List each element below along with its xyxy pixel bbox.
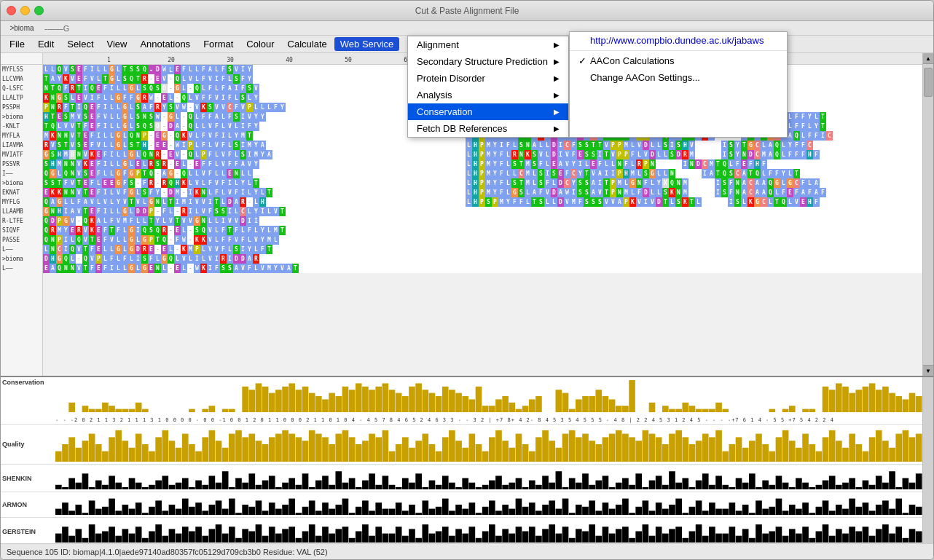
jabaws-link-text: http://www.compbio.dundee.ac.uk/jabaws — [590, 35, 764, 46]
top-menu-bar: -——G >bioma — [1, 21, 933, 36]
main-window: Cut & Paste Alignment File Copied From C… — [0, 0, 934, 560]
seq-label-row: PASSE — [1, 235, 42, 245]
seq-label-row: SIQVF — [1, 226, 42, 235]
maximize-button[interactable] — [34, 6, 44, 15]
scroll-thumb[interactable] — [924, 68, 933, 97]
annotation-panels: Conservation - - -2 0 2 1 1 3 2 1 1 1 3 … — [1, 376, 933, 543]
shenkin-panel: SHENKIN — [1, 465, 922, 492]
conservation-menu-label: Conservation — [417, 106, 473, 117]
conservation-panel: Conservation - - -2 0 2 1 1 3 2 1 1 1 3 … — [1, 377, 922, 425]
armon-panel: ARMON — [1, 492, 922, 518]
gerstein-label: GERSTEIN — [2, 528, 36, 535]
seq-label-row: Q-LSFC — [1, 84, 42, 93]
menu-colour[interactable]: Colour — [240, 37, 280, 51]
conservation-bars — [55, 380, 922, 412]
seq-label-row: LLCVMA — [1, 74, 42, 84]
fetch-db-arrow: ▶ — [554, 125, 560, 133]
dropdown-secondary-structure[interactable]: Secondary Structure Prediction ▶ — [408, 53, 568, 70]
seq-label-row: MYFLSS — [1, 65, 42, 74]
label-rows: MYFLSS LLCVMA Q-LSFC LLALTP PSSPH >bioma… — [1, 65, 42, 273]
seq-label-row: I—— — [1, 169, 42, 178]
scroll-down-button[interactable]: ▼ — [923, 365, 933, 376]
protein-disorder-arrow: ▶ — [554, 74, 560, 82]
scroll-track[interactable] — [923, 64, 933, 365]
seq-label-row: LIAVMA — [1, 141, 42, 150]
seq-label-row: L—— — [1, 245, 42, 254]
vertical-scrollbar[interactable]: ▲ ▼ — [922, 53, 933, 376]
submenu-jabaws[interactable]: http://www.compbio.dundee.ac.uk/jabaws — [570, 32, 787, 49]
submenu-aacon-settings[interactable]: Change AACon Settings... — [570, 69, 787, 86]
seq-label-row: PSSPH — [1, 103, 42, 112]
alignment-label: Alignment — [417, 39, 459, 50]
annotation-scrollbar[interactable] — [922, 377, 933, 543]
aacon-settings-label: Change AACon Settings... — [590, 72, 700, 83]
dropdown-conservation[interactable]: Conservation ▶ — [408, 103, 568, 120]
seq-label-row: -KNLT — [1, 122, 42, 131]
quality-bars — [55, 427, 922, 462]
seq-label-row: MYFLA — [1, 131, 42, 141]
dropdown-alignment[interactable]: Alignment ▶ — [408, 36, 568, 53]
seq-label-row: PSSVR — [1, 159, 42, 169]
seq-label-row: EKNAT — [1, 188, 42, 197]
menu-file[interactable]: File — [4, 37, 31, 51]
quality-panel: Quality — [1, 425, 922, 465]
secondary-structure-label: Secondary Structure Prediction — [417, 56, 548, 67]
menu-annotations[interactable]: Annotations — [134, 37, 196, 51]
menu-web-service[interactable]: Web Service — [334, 37, 399, 51]
seq-label-row: R-LTFE — [1, 216, 42, 226]
menu-format[interactable]: Format — [197, 37, 239, 51]
scroll-up-button[interactable]: ▲ — [923, 53, 933, 64]
title-bar: Cut & Paste Alignment File — [1, 1, 933, 21]
sequence-labels: MYFLSS LLCVMA Q-LSFC LLALTP PSSPH >bioma… — [1, 53, 43, 376]
analysis-label: Analysis — [417, 90, 452, 100]
web-service-dropdown: Alignment ▶ Secondary Structure Predicti… — [407, 36, 788, 138]
shenkin-label: SHENKIN — [2, 475, 32, 482]
aacon-calc-label: AACon Calculations — [590, 55, 675, 66]
window-title: Cut & Paste Alignment File — [415, 6, 519, 16]
ruler-spacer — [1, 53, 42, 65]
aacon-checkmark: ✓ — [578, 55, 590, 66]
shenkin-bars — [55, 467, 922, 489]
armon-label: ARMON — [2, 501, 27, 508]
analysis-arrow: ▶ — [554, 91, 560, 99]
minimize-button[interactable] — [20, 6, 30, 15]
menu-calculate[interactable]: Calculate — [282, 37, 333, 51]
conservation-arrow: ▶ — [554, 108, 560, 116]
armon-bars — [55, 494, 922, 515]
seq-label-row: MVIATF — [1, 150, 42, 159]
status-bar: Sequence 105 ID: biomap|4.1.0|aede97140a… — [1, 543, 933, 559]
dropdown-menu: Alignment ▶ Secondary Structure Predicti… — [407, 36, 569, 138]
conservation-submenu: http://www.compbio.dundee.ac.uk/jabaws ✓… — [569, 31, 788, 138]
menu-view[interactable]: View — [101, 37, 133, 51]
submenu-aacon-calc[interactable]: ✓ AACon Calculations — [570, 52, 787, 69]
conservation-label: Conservation — [2, 379, 44, 386]
seq-label-row: LLAAMB — [1, 207, 42, 216]
seq-label-row: >bioma — [1, 112, 42, 122]
status-text: Sequence 105 ID: biomap|4.1.0|aede97140a… — [7, 548, 328, 556]
seq-label-row: LLALTP — [1, 93, 42, 103]
traffic-lights — [7, 6, 44, 15]
seq-label-row: L—— — [1, 264, 42, 273]
fetch-db-label: Fetch DB References — [417, 123, 507, 134]
conservation-values: - - -2 0 2 1 1 3 2 1 1 1 3 1 0 0 0 0 - 0… — [55, 417, 922, 423]
menu-edit[interactable]: Edit — [32, 37, 60, 51]
bioma-label: >bioma — [1, 24, 43, 32]
seq-label-row: MYFLG — [1, 197, 42, 207]
seq-label-row: >bioma — [1, 254, 42, 264]
submenu-divider — [570, 50, 787, 51]
protein-disorder-label: Protein Disorder — [417, 73, 485, 84]
alignment-arrow: ▶ — [554, 41, 560, 49]
gerstein-bars — [55, 520, 922, 543]
quality-label: Quality — [2, 441, 25, 448]
gerstein-panel: GERSTEIN — [1, 518, 922, 543]
secondary-structure-arrow: ▶ — [554, 58, 560, 66]
close-button[interactable] — [7, 6, 16, 15]
dropdown-fetch-db[interactable]: Fetch DB References ▶ — [408, 120, 568, 137]
dropdown-protein-disorder[interactable]: Protein Disorder ▶ — [408, 70, 568, 87]
dropdown-analysis[interactable]: Analysis ▶ — [408, 87, 568, 103]
menu-select[interactable]: Select — [61, 37, 99, 51]
seq-label-row: >bioma — [1, 178, 42, 188]
